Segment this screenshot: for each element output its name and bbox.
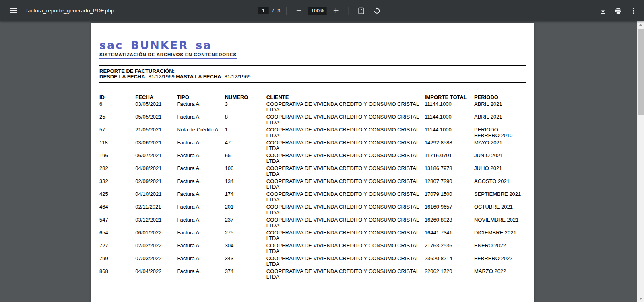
cell-tipo: Factura A: [177, 101, 225, 107]
toolbar-left: factura_reporte_generado_PDF.php: [0, 4, 114, 17]
pdf-page: sac BUNKER sa SISTEMATIZACIÓN DE ARCHIVO…: [91, 23, 534, 302]
table-row: 727 02/02/2022 Factura A 304 COOPERATIVA…: [99, 243, 526, 254]
zoom-in-icon[interactable]: [330, 4, 343, 17]
company-logo-text: sac BUNKER sa: [99, 40, 526, 51]
from-date-label: DESDE LA FECHA:: [99, 74, 147, 80]
scrollbar-thumb[interactable]: [638, 29, 644, 115]
table-row: 282 04/08/2021 Factura A 106 COOPERATIVA…: [99, 166, 526, 177]
cell-numero: 1: [225, 127, 266, 133]
cell-id: 547: [99, 217, 135, 223]
cell-numero: 47: [225, 140, 266, 146]
document-filename: factura_reporte_generado_PDF.php: [26, 8, 114, 14]
cell-id: 6: [99, 101, 135, 107]
cell-cliente: COOPERATIVA DE VIVIENDA CREDITO Y CONSUM…: [266, 243, 425, 254]
cell-importe: 11144.1000: [425, 101, 474, 107]
table-row: 6 03/05/2021 Factura A 3 COOPERATIVA DE …: [99, 101, 526, 113]
page-number-input[interactable]: [258, 7, 269, 14]
cell-fecha: 03/05/2021: [135, 101, 177, 107]
rotate-ccw-icon[interactable]: [371, 4, 384, 17]
cell-periodo: JUNIO 2021: [474, 153, 526, 158]
to-date-label: HASTA LA FECHA:: [176, 74, 223, 80]
company-logo: sac BUNKER sa SISTEMATIZACIÓN DE ARCHIVO…: [99, 40, 526, 59]
cell-importe: 16260.8028: [425, 217, 474, 223]
cell-numero: 237: [225, 217, 266, 223]
print-icon[interactable]: [612, 4, 625, 17]
cell-fecha: 06/01/2022: [135, 230, 177, 236]
cell-fecha: 06/07/2021: [135, 153, 177, 158]
pdf-toolbar: factura_reporte_generado_PDF.php / 3 100…: [0, 0, 644, 21]
download-icon[interactable]: [597, 4, 609, 17]
cell-id: 332: [99, 179, 135, 184]
from-date-value: 31/12/1969: [149, 74, 175, 80]
toolbar-center: / 3 100%: [258, 0, 384, 21]
table-row: 547 03/12/2021 Factura A 237 COOPERATIVA…: [99, 217, 526, 228]
cell-tipo: Factura A: [177, 191, 225, 197]
cell-id: 196: [99, 153, 135, 158]
cell-periodo: OCTUBRE 2021: [474, 204, 526, 210]
cell-importe: 16441.7341: [425, 230, 474, 236]
cell-cliente: COOPERATIVA DE VIVIENDA CREDITO Y CONSUM…: [266, 230, 425, 241]
cell-periodo: ENERO 2022: [474, 243, 526, 249]
cell-periodo: PERIODO: FEBRERO 2010: [474, 127, 526, 138]
table-row: 196 06/07/2021 Factura A 65 COOPERATIVA …: [99, 153, 526, 164]
menu-icon[interactable]: [7, 4, 20, 17]
cell-fecha: 02/02/2022: [135, 243, 177, 249]
table-row: 464 02/11/2021 Factura A 201 COOPERATIVA…: [99, 204, 526, 216]
cell-fecha: 04/08/2021: [135, 166, 177, 171]
cell-id: 799: [99, 256, 135, 261]
fit-page-icon[interactable]: [355, 4, 368, 17]
invoice-table-body: 6 03/05/2021 Factura A 3 COOPERATIVA DE …: [99, 101, 526, 280]
cell-tipo: Factura A: [177, 179, 225, 184]
table-row: 654 06/01/2022 Factura A 275 COOPERATIVA…: [99, 230, 526, 241]
cell-periodo: DICIEMBRE 2021: [474, 230, 526, 236]
cell-cliente: COOPERATIVA DE VIVIENDA CREDITO Y CONSUM…: [266, 166, 425, 177]
cell-id: 425: [99, 191, 135, 197]
cell-tipo: Factura A: [177, 256, 225, 261]
cell-periodo: MAYO 2021: [474, 140, 526, 146]
pdf-viewer-area: sac BUNKER sa SISTEMATIZACIÓN DE ARCHIVO…: [0, 21, 637, 302]
cell-cliente: COOPERATIVA DE VIVIENDA CREDITO Y CONSUM…: [266, 140, 425, 151]
more-vert-icon[interactable]: [627, 4, 640, 17]
cell-importe: 21763.2536: [425, 243, 474, 249]
cell-tipo: Factura A: [177, 140, 225, 146]
cell-fecha: 03/06/2021: [135, 140, 177, 146]
table-row: 799 07/03/2022 Factura A 343 COOPERATIVA…: [99, 256, 526, 267]
cell-numero: 275: [225, 230, 266, 236]
cell-fecha: 05/05/2021: [135, 114, 177, 120]
cell-periodo: SEPTIEMBRE 2021: [474, 191, 526, 197]
cell-numero: 106: [225, 166, 266, 171]
cell-periodo: MARZO 2022: [474, 269, 526, 274]
cell-tipo: Factura A: [177, 114, 225, 120]
cell-cliente: COOPERATIVA DE VIVIENDA CREDITO Y CONSUM…: [266, 114, 425, 125]
zoom-out-icon[interactable]: [293, 4, 305, 17]
cell-numero: 201: [225, 204, 266, 210]
cell-tipo: Factura A: [177, 204, 225, 210]
cell-id: 654: [99, 230, 135, 236]
cell-fecha: 04/04/2022: [135, 269, 177, 274]
cell-periodo: FEBRERO 2022: [474, 256, 526, 261]
cell-numero: 3: [225, 101, 266, 107]
vertical-scrollbar[interactable]: [637, 21, 644, 302]
cell-importe: 11716.0791: [425, 153, 474, 158]
invoice-table-header: ID FECHA TIPO NUMERO CLIENTE IMPORTE TOT…: [99, 95, 526, 100]
company-logo-tagline: SISTEMATIZACIÓN DE ARCHIVOS EN CONTENEDO…: [99, 52, 237, 59]
cell-id: 118: [99, 140, 135, 146]
table-row: 332 02/09/2021 Factura A 134 COOPERATIVA…: [99, 179, 526, 190]
cell-tipo: Factura A: [177, 269, 225, 274]
cell-tipo: Factura A: [177, 243, 225, 249]
cell-cliente: COOPERATIVA DE VIVIENDA CREDITO Y CONSUM…: [266, 269, 425, 280]
table-row: 57 21/05/2021 Nota de Crédito A 1 COOPER…: [99, 127, 526, 138]
cell-cliente: COOPERATIVA DE VIVIENDA CREDITO Y CONSUM…: [266, 256, 425, 267]
scroll-up-icon[interactable]: [637, 21, 644, 28]
cell-cliente: COOPERATIVA DE VIVIENDA CREDITO Y CONSUM…: [266, 127, 425, 138]
cell-periodo: NOVIEMBRE 2021: [474, 217, 526, 223]
report-date-range: DESDE LA FECHA: 31/12/1969 HASTA LA FECH…: [99, 74, 526, 80]
scroll-down-icon[interactable]: [637, 295, 644, 302]
cell-importe: 22062.1720: [425, 269, 474, 274]
cell-importe: 16160.9657: [425, 204, 474, 210]
to-date-value: 31/12/1969: [224, 74, 250, 80]
cell-numero: 343: [225, 256, 266, 261]
cell-cliente: COOPERATIVA DE VIVIENDA CREDITO Y CONSUM…: [266, 204, 425, 216]
cell-fecha: 04/10/2021: [135, 191, 177, 197]
header-fecha: FECHA: [135, 95, 177, 100]
